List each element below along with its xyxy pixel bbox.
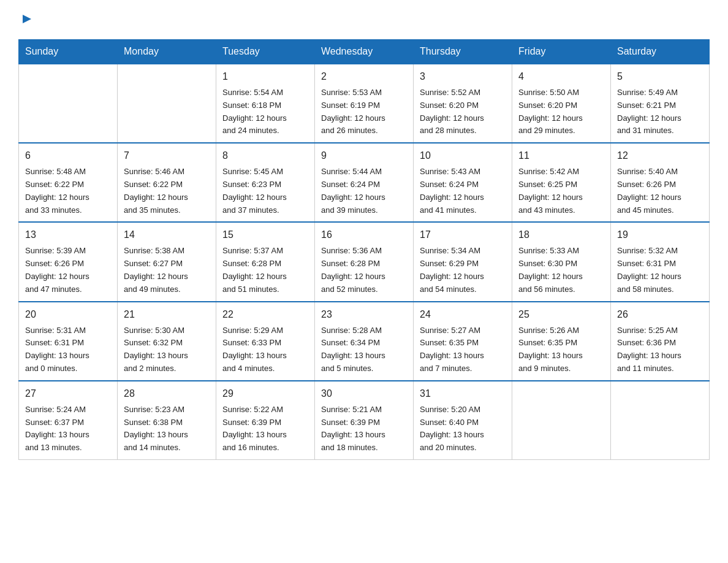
- day-number: 7: [124, 148, 210, 163]
- day-info: Sunrise: 5:52 AM Sunset: 6:20 PM Dayligh…: [420, 86, 506, 137]
- calendar-cell: 19Sunrise: 5:32 AM Sunset: 6:31 PM Dayli…: [611, 222, 710, 301]
- weekday-header-thursday: Thursday: [414, 40, 512, 64]
- day-info: Sunrise: 5:33 AM Sunset: 6:30 PM Dayligh…: [518, 245, 604, 296]
- day-info: Sunrise: 5:31 AM Sunset: 6:31 PM Dayligh…: [25, 324, 111, 375]
- calendar-cell: 1Sunrise: 5:54 AM Sunset: 6:18 PM Daylig…: [216, 64, 315, 143]
- day-number: 15: [222, 228, 308, 242]
- day-info: Sunrise: 5:23 AM Sunset: 6:38 PM Dayligh…: [124, 404, 210, 454]
- calendar-cell: 7Sunrise: 5:46 AM Sunset: 6:22 PM Daylig…: [118, 143, 216, 222]
- day-number: 10: [420, 148, 506, 163]
- calendar-cell: [118, 64, 216, 143]
- day-number: 22: [222, 307, 308, 322]
- weekday-header-saturday: Saturday: [611, 40, 710, 64]
- day-number: 19: [617, 228, 703, 242]
- day-info: Sunrise: 5:49 AM Sunset: 6:21 PM Dayligh…: [617, 86, 703, 137]
- calendar-cell: 11Sunrise: 5:42 AM Sunset: 6:25 PM Dayli…: [512, 143, 611, 222]
- calendar-cell: 22Sunrise: 5:29 AM Sunset: 6:33 PM Dayli…: [216, 302, 315, 381]
- day-info: Sunrise: 5:25 AM Sunset: 6:36 PM Dayligh…: [617, 324, 703, 375]
- day-number: 4: [518, 69, 604, 84]
- calendar-cell: 3Sunrise: 5:52 AM Sunset: 6:20 PM Daylig…: [414, 64, 512, 143]
- day-info: Sunrise: 5:27 AM Sunset: 6:35 PM Dayligh…: [420, 324, 506, 375]
- day-info: Sunrise: 5:39 AM Sunset: 6:26 PM Dayligh…: [25, 245, 111, 296]
- day-number: 30: [321, 386, 407, 401]
- day-info: Sunrise: 5:30 AM Sunset: 6:32 PM Dayligh…: [124, 324, 210, 375]
- day-number: 13: [25, 228, 111, 242]
- calendar-table: SundayMondayTuesdayWednesdayThursdayFrid…: [18, 39, 710, 460]
- calendar-cell: 8Sunrise: 5:45 AM Sunset: 6:23 PM Daylig…: [216, 143, 315, 222]
- calendar-week-row: 1Sunrise: 5:54 AM Sunset: 6:18 PM Daylig…: [19, 64, 710, 143]
- weekday-header-friday: Friday: [512, 40, 611, 64]
- day-info: Sunrise: 5:40 AM Sunset: 6:26 PM Dayligh…: [617, 166, 703, 216]
- weekday-header-sunday: Sunday: [19, 40, 118, 64]
- day-number: 24: [420, 307, 506, 322]
- calendar-week-row: 13Sunrise: 5:39 AM Sunset: 6:26 PM Dayli…: [19, 222, 710, 301]
- day-number: 31: [420, 386, 506, 401]
- calendar-cell: 12Sunrise: 5:40 AM Sunset: 6:26 PM Dayli…: [611, 143, 710, 222]
- svg-marker-0: [23, 15, 31, 23]
- day-number: 1: [222, 69, 308, 84]
- day-number: 11: [518, 148, 604, 163]
- day-number: 9: [321, 148, 407, 163]
- day-info: Sunrise: 5:37 AM Sunset: 6:28 PM Dayligh…: [222, 245, 308, 296]
- calendar-cell: 17Sunrise: 5:34 AM Sunset: 6:29 PM Dayli…: [414, 222, 512, 301]
- day-number: 20: [25, 307, 111, 322]
- calendar-cell: 13Sunrise: 5:39 AM Sunset: 6:26 PM Dayli…: [19, 222, 118, 301]
- day-number: 2: [321, 69, 407, 84]
- day-number: 5: [617, 69, 703, 84]
- day-info: Sunrise: 5:48 AM Sunset: 6:22 PM Dayligh…: [25, 166, 111, 216]
- day-number: 16: [321, 228, 407, 242]
- day-info: Sunrise: 5:28 AM Sunset: 6:34 PM Dayligh…: [321, 324, 407, 375]
- calendar-cell: 18Sunrise: 5:33 AM Sunset: 6:30 PM Dayli…: [512, 222, 611, 301]
- calendar-cell: 15Sunrise: 5:37 AM Sunset: 6:28 PM Dayli…: [216, 222, 315, 301]
- calendar-cell: 27Sunrise: 5:24 AM Sunset: 6:37 PM Dayli…: [19, 381, 118, 460]
- day-info: Sunrise: 5:29 AM Sunset: 6:33 PM Dayligh…: [222, 324, 308, 375]
- calendar-week-row: 27Sunrise: 5:24 AM Sunset: 6:37 PM Dayli…: [19, 381, 710, 460]
- day-number: 18: [518, 228, 604, 242]
- day-info: Sunrise: 5:43 AM Sunset: 6:24 PM Dayligh…: [420, 166, 506, 216]
- day-info: Sunrise: 5:36 AM Sunset: 6:28 PM Dayligh…: [321, 245, 407, 296]
- day-info: Sunrise: 5:50 AM Sunset: 6:20 PM Dayligh…: [518, 86, 604, 137]
- day-number: 28: [124, 386, 210, 401]
- day-info: Sunrise: 5:53 AM Sunset: 6:19 PM Dayligh…: [321, 86, 407, 137]
- calendar-cell: 25Sunrise: 5:26 AM Sunset: 6:35 PM Dayli…: [512, 302, 611, 381]
- calendar-cell: 20Sunrise: 5:31 AM Sunset: 6:31 PM Dayli…: [19, 302, 118, 381]
- calendar-cell: 28Sunrise: 5:23 AM Sunset: 6:38 PM Dayli…: [118, 381, 216, 460]
- day-info: Sunrise: 5:44 AM Sunset: 6:24 PM Dayligh…: [321, 166, 407, 216]
- day-number: 29: [222, 386, 308, 401]
- page-header: [18, 12, 710, 33]
- calendar-cell: 9Sunrise: 5:44 AM Sunset: 6:24 PM Daylig…: [315, 143, 414, 222]
- calendar-cell: 24Sunrise: 5:27 AM Sunset: 6:35 PM Dayli…: [414, 302, 512, 381]
- calendar-cell: 5Sunrise: 5:49 AM Sunset: 6:21 PM Daylig…: [611, 64, 710, 143]
- weekday-header-monday: Monday: [118, 40, 216, 64]
- day-number: 27: [25, 386, 111, 401]
- calendar-cell: 16Sunrise: 5:36 AM Sunset: 6:28 PM Dayli…: [315, 222, 414, 301]
- calendar-cell: [611, 381, 710, 460]
- calendar-cell: 10Sunrise: 5:43 AM Sunset: 6:24 PM Dayli…: [414, 143, 512, 222]
- calendar-week-row: 6Sunrise: 5:48 AM Sunset: 6:22 PM Daylig…: [19, 143, 710, 222]
- day-number: 6: [25, 148, 111, 163]
- calendar-cell: 23Sunrise: 5:28 AM Sunset: 6:34 PM Dayli…: [315, 302, 414, 381]
- day-number: 14: [124, 228, 210, 242]
- day-number: 26: [617, 307, 703, 322]
- day-info: Sunrise: 5:54 AM Sunset: 6:18 PM Dayligh…: [222, 86, 308, 137]
- day-info: Sunrise: 5:46 AM Sunset: 6:22 PM Dayligh…: [124, 166, 210, 216]
- day-info: Sunrise: 5:24 AM Sunset: 6:37 PM Dayligh…: [25, 404, 111, 454]
- calendar-cell: 29Sunrise: 5:22 AM Sunset: 6:39 PM Dayli…: [216, 381, 315, 460]
- calendar-cell: 26Sunrise: 5:25 AM Sunset: 6:36 PM Dayli…: [611, 302, 710, 381]
- calendar-cell: 14Sunrise: 5:38 AM Sunset: 6:27 PM Dayli…: [118, 222, 216, 301]
- day-number: 12: [617, 148, 703, 163]
- day-info: Sunrise: 5:20 AM Sunset: 6:40 PM Dayligh…: [420, 404, 506, 454]
- calendar-week-row: 20Sunrise: 5:31 AM Sunset: 6:31 PM Dayli…: [19, 302, 710, 381]
- calendar-cell: [512, 381, 611, 460]
- day-number: 21: [124, 307, 210, 322]
- day-info: Sunrise: 5:26 AM Sunset: 6:35 PM Dayligh…: [518, 324, 604, 375]
- day-info: Sunrise: 5:21 AM Sunset: 6:39 PM Dayligh…: [321, 404, 407, 454]
- calendar-cell: [19, 64, 118, 143]
- day-info: Sunrise: 5:22 AM Sunset: 6:39 PM Dayligh…: [222, 404, 308, 454]
- weekday-header-wednesday: Wednesday: [315, 40, 414, 64]
- calendar-cell: 30Sunrise: 5:21 AM Sunset: 6:39 PM Dayli…: [315, 381, 414, 460]
- day-info: Sunrise: 5:38 AM Sunset: 6:27 PM Dayligh…: [124, 245, 210, 296]
- day-number: 23: [321, 307, 407, 322]
- calendar-header-row: SundayMondayTuesdayWednesdayThursdayFrid…: [19, 40, 710, 64]
- weekday-header-tuesday: Tuesday: [216, 40, 315, 64]
